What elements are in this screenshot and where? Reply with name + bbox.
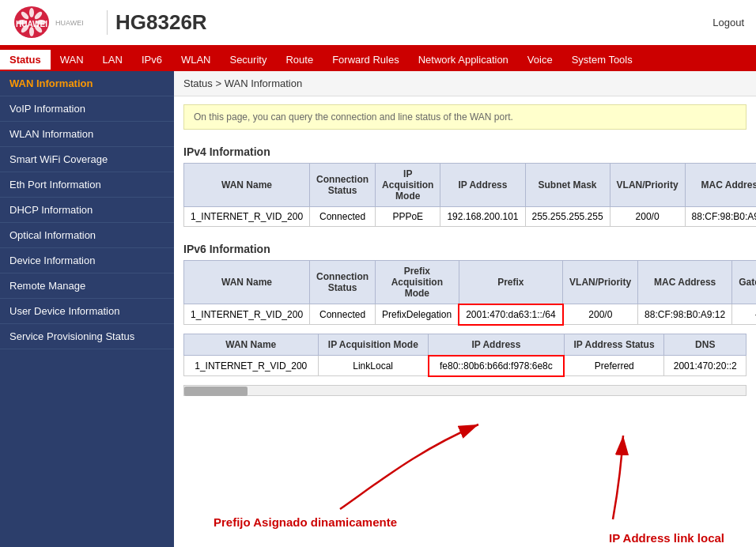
ipv4-col-connection-status: ConnectionStatus [310, 164, 376, 207]
ipv6addr-col-ip-address: IP Address [429, 334, 564, 356]
table-row: 1_INTERNET_R_VID_200 Connected PPPoE 192… [184, 207, 757, 227]
ipv6-prefix: 2001:470:da63:1::/64 [459, 304, 562, 325]
ipv4-col-vlan-priority: VLAN/Priority [610, 164, 685, 207]
nav-item-status[interactable]: Status [0, 50, 51, 70]
nav-bar: Status WAN LAN IPv6 WLAN Security Route … [0, 47, 756, 71]
ipv4-col-ip-address: IP Address [440, 164, 525, 207]
huawei-logo-icon: HUAWEI [12, 5, 51, 40]
nav-item-route[interactable]: Route [276, 50, 323, 70]
ipv6addr-col-ip-address-status: IP Address Status [564, 334, 664, 356]
sidebar-item-remote-manage[interactable]: Remote Manage [0, 274, 174, 299]
content-area: WAN Information VoIP Information WLAN In… [0, 71, 756, 547]
sidebar-item-service-provisioning[interactable]: Service Provisioning Status [0, 324, 174, 349]
ipv6-gateway: -- [732, 304, 756, 325]
ipv6-wan-name: 1_INTERNET_R_VID_200 [184, 304, 310, 325]
ipv4-col-wan-name: WAN Name [184, 164, 310, 207]
ipv4-mac-address: 88:CF:98:B0:A9:12 [685, 207, 756, 227]
ipv6-col-prefix-acq-mode: Prefix AcquisitionMode [376, 261, 459, 304]
ipv4-connection-status: Connected [310, 207, 376, 227]
header: HUAWEI HUAWEI HG8326R Logout [0, 0, 756, 47]
sidebar-item-smart-wifi[interactable]: Smart WiFi Coverage [0, 147, 174, 172]
svg-point-6 [29, 27, 34, 36]
ipv4-ip-address: 192.168.200.101 [440, 207, 525, 227]
ipv6-col-connection-status: ConnectionStatus [310, 261, 376, 304]
ipv6addr-col-wan-name: WAN Name [184, 334, 319, 356]
device-title: HG8326R [107, 10, 207, 35]
ipv6-section-title: IPv6 Information [174, 235, 756, 260]
nav-item-network-application[interactable]: Network Application [409, 50, 518, 70]
nav-item-lan[interactable]: LAN [93, 50, 132, 70]
horizontal-scrollbar[interactable] [183, 385, 747, 396]
sidebar-item-eth-port[interactable]: Eth Port Information [0, 172, 174, 198]
sidebar-item-wlan-information[interactable]: WLAN Information [0, 122, 174, 147]
ipv6-connection-status: Connected [310, 304, 376, 325]
sidebar: WAN Information VoIP Information WLAN In… [0, 71, 174, 547]
sidebar-item-user-device[interactable]: User Device Information [0, 299, 174, 324]
sidebar-item-optical[interactable]: Optical Information [0, 223, 174, 248]
ipv4-subnet-mask: 255.255.255.255 [525, 207, 610, 227]
ipv6-prefix-acq-mode: PrefixDelegation [376, 304, 459, 325]
info-note: On this page, you can query the connecti… [183, 104, 747, 130]
svg-point-4 [36, 20, 46, 25]
scrollbar-thumb[interactable] [184, 387, 248, 396]
nav-item-wlan[interactable]: WLAN [172, 50, 221, 70]
ipv6-col-vlan-priority: VLAN/Priority [563, 261, 638, 304]
ipv6addr-col-ip-acq-mode: IP Acquisition Mode [318, 334, 429, 356]
ipv6addr-col-dns: DNS [664, 334, 747, 356]
ipv4-table: WAN Name ConnectionStatus IP Acquisition… [183, 163, 756, 227]
svg-point-8 [17, 20, 27, 25]
svg-point-2 [29, 8, 34, 17]
annotation-left-text: Prefijo Asignado dinamicamente [214, 515, 397, 529]
sidebar-item-dhcp[interactable]: DHCP Information [0, 198, 174, 223]
ipv6addr-dns: 2001:470:20::2 [664, 356, 747, 376]
annotation-area: Prefijo Asignado dinamicamente IP Addres… [174, 402, 756, 548]
nav-item-voice[interactable]: Voice [518, 50, 562, 70]
ipv4-col-subnet-mask: Subnet Mask [525, 164, 610, 207]
logo-area: HUAWEI HUAWEI [0, 5, 103, 40]
ipv6-col-wan-name: WAN Name [184, 261, 310, 304]
ipv6-table: WAN Name ConnectionStatus Prefix Acquisi… [183, 260, 756, 326]
nav-item-forward-rules[interactable]: Forward Rules [323, 50, 409, 70]
ipv6-col-prefix: Prefix [459, 261, 562, 304]
sidebar-item-device[interactable]: Device Information [0, 248, 174, 274]
ipv6addr-ip-acq-mode: LinkLocal [318, 356, 429, 376]
main-content: Status > WAN Information On this page, y… [174, 71, 756, 547]
sidebar-item-wan-information[interactable]: WAN Information [0, 71, 174, 96]
logout-button[interactable]: Logout [713, 17, 744, 28]
ipv6-vlan-priority: 200/0 [563, 304, 638, 325]
ipv4-col-mac-address: MAC Address [685, 164, 756, 207]
ipv6addr-ip-address: fe80::80b6:b66d:f978:6e8c [429, 356, 564, 376]
nav-item-ipv6[interactable]: IPv6 [132, 50, 172, 70]
breadcrumb: Status > WAN Information [174, 71, 756, 96]
annotation-right-text: IP Address link local [609, 531, 724, 545]
ipv6-addr-table: WAN Name IP Acquisition Mode IP Address … [183, 334, 747, 377]
nav-item-wan[interactable]: WAN [51, 50, 93, 70]
ipv4-acq-mode: PPPoE [376, 207, 440, 227]
ipv4-wan-name: 1_INTERNET_R_VID_200 [184, 207, 310, 227]
ipv6-col-gateway: Gateway [732, 261, 756, 304]
ipv4-vlan-priority: 200/0 [610, 207, 685, 227]
ipv6-col-mac-address: MAC Address [638, 261, 732, 304]
ipv6addr-ip-address-status: Preferred [564, 356, 664, 376]
ipv4-section-title: IPv4 Information [174, 138, 756, 163]
logout-area[interactable]: Logout [713, 17, 756, 28]
ipv4-col-ip-acq-mode: IP AcquisitionMode [376, 164, 440, 207]
ipv6addr-wan-name: 1_INTERNET_R_VID_200 [184, 356, 319, 376]
table-row: 1_INTERNET_R_VID_200 LinkLocal fe80::80b… [184, 356, 747, 376]
sidebar-item-voip-information[interactable]: VoIP Information [0, 96, 174, 122]
nav-item-security[interactable]: Security [220, 50, 276, 70]
ipv6-mac-address: 88:CF:98:B0:A9:12 [638, 304, 732, 325]
table-row: 1_INTERNET_R_VID_200 Connected PrefixDel… [184, 304, 757, 325]
nav-item-system-tools[interactable]: System Tools [562, 50, 642, 70]
